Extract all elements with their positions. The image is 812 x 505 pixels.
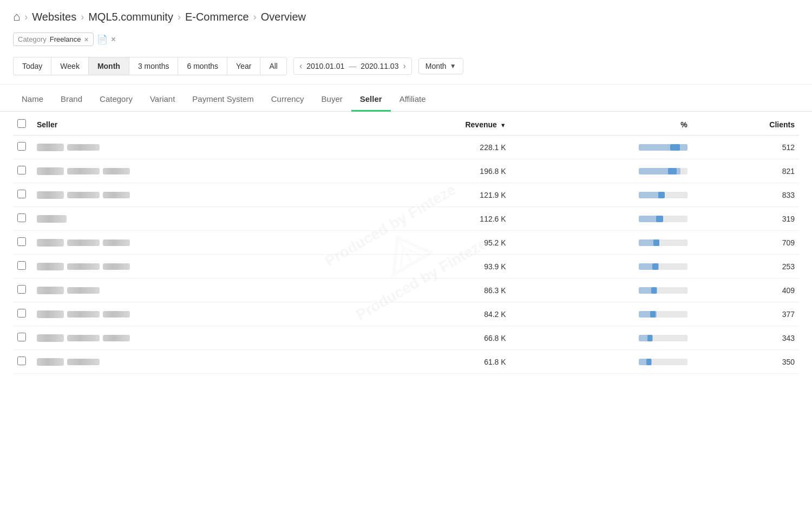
row-checkbox-cell [13, 255, 32, 279]
row-seller-name[interactable] [32, 302, 354, 326]
breadcrumb-websites[interactable]: Websites [32, 11, 76, 23]
blurred-name-part [67, 287, 100, 294]
row-seller-name[interactable] [32, 231, 354, 255]
tab-brand[interactable]: Brand [52, 87, 91, 112]
bar-accent [653, 239, 659, 246]
table-row: 95.2 K709 [13, 231, 799, 255]
blurred-name-part [37, 287, 64, 294]
table-row: 61.8 K350 [13, 350, 799, 374]
row-seller-name[interactable] [32, 135, 354, 159]
filter-tag-remove[interactable]: × [84, 36, 89, 43]
table-row: 84.2 K377 [13, 302, 799, 326]
breadcrumb-overview: Overview [261, 11, 306, 23]
period-6months-button[interactable]: 6 months [178, 57, 227, 75]
breadcrumb-sep-2: › [178, 11, 181, 23]
row-clients: 709 [692, 231, 799, 255]
row-checkbox[interactable] [17, 357, 26, 365]
filter-doc-icon[interactable]: 📄 [97, 34, 108, 44]
blurred-name-part [67, 144, 100, 151]
th-seller: Seller [32, 112, 354, 135]
blurred-name-part [103, 335, 130, 341]
tab-variant[interactable]: Variant [141, 87, 184, 112]
bar-accent [658, 192, 665, 198]
row-checkbox[interactable] [17, 237, 26, 246]
row-checkbox[interactable] [17, 213, 26, 222]
row-revenue: 84.2 K [354, 302, 510, 326]
filter-close-icon[interactable]: × [111, 35, 116, 44]
row-seller-name[interactable] [32, 207, 354, 231]
blurred-name-part [103, 311, 130, 318]
row-checkbox-cell [13, 207, 32, 231]
row-seller-name[interactable] [32, 255, 354, 279]
period-all-button[interactable]: All [260, 57, 287, 75]
row-seller-name[interactable] [32, 350, 354, 374]
tab-seller[interactable]: Seller [351, 87, 391, 112]
row-checkbox[interactable] [17, 261, 26, 270]
breadcrumb: ⌂ › Websites › MQL5.community › E-Commer… [0, 0, 812, 30]
tab-payment-system[interactable]: Payment System [184, 87, 262, 112]
period-3months-button[interactable]: 3 months [129, 57, 178, 75]
row-clients: 319 [692, 207, 799, 231]
date-range-box[interactable]: ‹ 2010.01.01 — 2020.11.03 › [293, 57, 412, 75]
home-icon[interactable]: ⌂ [13, 10, 20, 24]
row-clients: 377 [692, 302, 799, 326]
period-year-button[interactable]: Year [227, 57, 260, 75]
row-clients: 253 [692, 255, 799, 279]
table-row: 121.9 K833 [13, 183, 799, 207]
row-seller-name[interactable] [32, 159, 354, 183]
blurred-name-part [37, 310, 64, 318]
row-checkbox-cell [13, 326, 32, 350]
groupby-arrow-icon: ▼ [450, 62, 456, 70]
row-percent-bar [510, 207, 692, 231]
bar-accent [646, 359, 651, 365]
row-seller-name[interactable] [32, 279, 354, 302]
row-checkbox[interactable] [17, 309, 26, 318]
groupby-select[interactable]: Month ▼ [418, 58, 463, 74]
tab-currency[interactable]: Currency [263, 87, 313, 112]
groupby-label: Month [425, 62, 447, 70]
breadcrumb-sep-3: › [253, 11, 257, 23]
select-all-checkbox[interactable] [17, 119, 26, 128]
bar-accent [670, 144, 680, 151]
row-percent-bar [510, 135, 692, 159]
tab-name[interactable]: Name [13, 87, 52, 112]
row-checkbox-cell [13, 135, 32, 159]
row-seller-name[interactable] [32, 183, 354, 207]
row-checkbox[interactable] [17, 166, 26, 174]
data-table: Seller Revenue ▼ % Clients 228.1 K512196… [13, 112, 799, 374]
row-checkbox[interactable] [17, 190, 26, 198]
row-clients: 350 [692, 350, 799, 374]
row-percent-bar [510, 231, 692, 255]
row-clients: 833 [692, 183, 799, 207]
date-to: 2020.11.03 [361, 62, 398, 70]
bar-accent [656, 216, 663, 222]
row-checkbox-cell [13, 279, 32, 302]
date-from: 2010.01.01 [306, 62, 344, 70]
period-week-button[interactable]: Week [51, 57, 88, 75]
row-checkbox[interactable] [17, 333, 26, 341]
th-revenue[interactable]: Revenue ▼ [354, 112, 510, 135]
row-revenue: 61.8 K [354, 350, 510, 374]
period-month-button[interactable]: Month [88, 57, 129, 75]
row-seller-name[interactable] [32, 326, 354, 350]
row-revenue: 66.8 K [354, 326, 510, 350]
blurred-name-part [37, 215, 67, 223]
breadcrumb-ecommerce[interactable]: E-Commerce [185, 11, 249, 23]
tab-category[interactable]: Category [91, 87, 141, 112]
bar-accent [668, 168, 677, 174]
row-checkbox-cell [13, 302, 32, 326]
row-percent-bar [510, 326, 692, 350]
period-today-button[interactable]: Today [13, 57, 51, 75]
tab-buyer[interactable]: Buyer [313, 87, 351, 112]
row-checkbox-cell [13, 183, 32, 207]
breadcrumb-mql5[interactable]: MQL5.community [88, 11, 173, 23]
blurred-name-part [37, 263, 64, 270]
date-range-next[interactable]: › [403, 61, 405, 71]
date-range-prev[interactable]: ‹ [299, 61, 302, 71]
blurred-name-part [67, 239, 100, 246]
row-checkbox[interactable] [17, 142, 26, 151]
th-checkbox[interactable] [13, 112, 32, 135]
th-clients: Clients [692, 112, 799, 135]
tab-affiliate[interactable]: Affiliate [391, 87, 435, 112]
row-checkbox[interactable] [17, 285, 26, 294]
